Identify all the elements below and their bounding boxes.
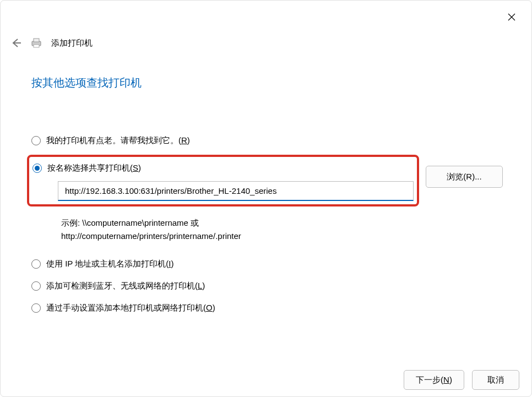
example-line: 示例: \\computername\printername 或 [61, 216, 518, 230]
option-label: 通过手动设置添加本地打印机或网络打印机(O) [46, 303, 215, 313]
close-icon [508, 13, 515, 21]
radio-icon [31, 136, 41, 145]
cancel-button[interactable]: 取消 [472, 370, 519, 390]
option-tcpip[interactable]: 使用 IP 地址或主机名添加打印机(I) [31, 256, 518, 271]
highlight-box: 按名称选择共享打印机(S) [27, 155, 419, 206]
option-label: 按名称选择共享打印机(S) [47, 163, 141, 173]
radio-icon [31, 281, 41, 291]
option-find-old[interactable]: 我的打印机有点老。请帮我找到它。(R) [31, 133, 518, 148]
option-bluetooth-wireless[interactable]: 添加可检测到蓝牙、无线或网络的打印机(L) [31, 278, 518, 293]
svg-rect-1 [34, 39, 39, 42]
back-button[interactable] [9, 36, 23, 50]
printer-icon [30, 37, 42, 48]
option-select-shared[interactable]: 按名称选择共享打印机(S) [32, 160, 414, 176]
radio-icon [31, 303, 41, 313]
page-heading: 按其他选项查找打印机 [31, 75, 142, 90]
next-button[interactable]: 下一步(N) [404, 370, 464, 390]
radio-icon [31, 259, 41, 269]
option-label: 添加可检测到蓝牙、无线或网络的打印机(L) [46, 281, 205, 291]
window-title: 添加打印机 [51, 38, 93, 48]
option-label: 使用 IP 地址或主机名添加打印机(I) [46, 259, 173, 269]
browse-button[interactable]: 浏览(R)... [426, 166, 503, 188]
radio-icon [32, 164, 42, 173]
option-manual[interactable]: 通过手动设置添加本地打印机或网络打印机(O) [31, 300, 518, 316]
options-group: 我的打印机有点老。请帮我找到它。(R) 按名称选择共享打印机(S) 浏览(R).… [31, 133, 518, 322]
example-text: 示例: \\computername\printername 或 http://… [61, 216, 518, 243]
close-button[interactable] [503, 8, 520, 26]
option-label: 我的打印机有点老。请帮我找到它。(R) [46, 135, 190, 146]
example-line: http://computername/printers/printername… [61, 230, 518, 243]
shared-printer-input[interactable] [58, 181, 414, 201]
back-arrow-icon [10, 37, 21, 48]
svg-rect-2 [34, 45, 39, 47]
